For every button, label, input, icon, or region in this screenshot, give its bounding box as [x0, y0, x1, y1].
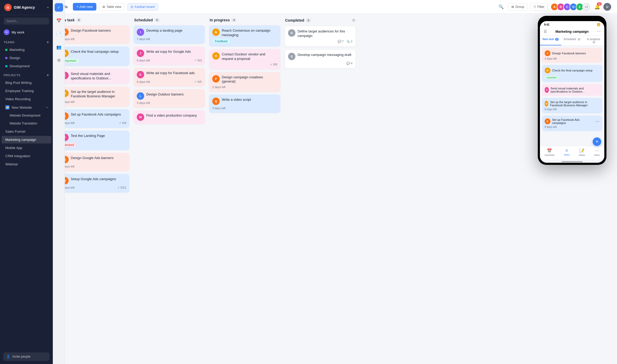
card-google-ads-banners[interactable]: G Design Google Ads banners 4 days left — [58, 153, 129, 171]
card-avatar: K — [137, 71, 144, 78]
sidebar-item-salesfunnel[interactable]: Sales Funnel — [2, 128, 51, 135]
nav-label: More — [594, 154, 600, 156]
sidebar-item-video[interactable]: Video Recording — [2, 95, 51, 103]
group-icon: ⊞ — [511, 5, 514, 9]
card-campaign-creatives[interactable]: P Design campaign creatives (general) 2 … — [209, 72, 280, 92]
kanban-board-button[interactable]: ⊟ Kanban board — [127, 3, 158, 11]
mobile-card-1[interactable]: A Design Facebook banners 4 days left — [542, 48, 602, 63]
calendar-icon[interactable]: 📅 — [55, 16, 63, 25]
table-icon: ⊞ — [102, 5, 105, 9]
card-checks: ✓ 0/8 — [270, 63, 277, 66]
days-left: 6 days left — [137, 80, 150, 83]
sidebar-item-blog[interactable]: Blog Post Writing — [2, 79, 51, 87]
invite-people-button[interactable]: 👤 Invite people — [3, 352, 50, 361]
card-setup-google-ads[interactable]: H Setup Google Ads campaigns 5 days left… — [58, 174, 129, 193]
people-icon[interactable]: 👥 — [55, 43, 63, 51]
col-count: 5 — [154, 18, 160, 22]
sidebar-item-marketing[interactable]: Marketing — [2, 46, 51, 54]
mobile-card-2[interactable]: B Check the final campaign setup Importa… — [542, 65, 602, 82]
notes-icon[interactable]: 📄 — [55, 30, 63, 38]
card-design-facebook[interactable]: A Design Facebook banners 4 days left — [58, 25, 129, 44]
mobile-card-3[interactable]: C Send visual materials and specificatio… — [542, 84, 602, 96]
card-target-audience[interactable]: D Set up the target audience in Facebook… — [58, 87, 129, 107]
notifications-button[interactable]: 🔔 20 — [593, 2, 602, 11]
card-landing-page[interactable]: F Test the Landing Page blocked — [58, 131, 129, 150]
mobile-card-5[interactable]: E Set up Facebook Ads campaigns ✓✓ 8 day… — [542, 116, 602, 131]
card-ad-copy-google[interactable]: J Write ad copy for Google Ads 6 days le… — [134, 46, 205, 65]
sidebar-item-marketing-campaign[interactable]: Marketing campaign — [2, 136, 51, 143]
mobile-tab-inprogress[interactable]: In progress 4 — [583, 36, 604, 45]
mobile-time: 9:41 — [544, 23, 549, 26]
tasks-icon[interactable]: ✓ — [55, 3, 63, 12]
search-button[interactable]: 🔍 — [497, 3, 505, 11]
sidebar-item-development[interactable]: Development — [2, 62, 51, 70]
card-facebook-ads[interactable]: E Set up Facebook Ads campaigns 8 days l… — [58, 109, 129, 128]
tasks-nav-icon: ≡ — [566, 148, 568, 153]
days-left: 4 days left — [212, 107, 225, 110]
user-avatar[interactable]: U — [603, 2, 612, 11]
card-check-campaign[interactable]: B Check the final campaign setup Importa… — [58, 46, 129, 66]
search-input[interactable] — [4, 18, 49, 25]
card-title: Write ad copy for Google Ads — [146, 50, 202, 54]
sidebar-item-crm[interactable]: CRM Integration — [2, 152, 51, 160]
settings-icon[interactable]: ⚙ — [55, 56, 63, 64]
sidebar-logo[interactable]: G GIM Agency ▾ — [0, 0, 53, 15]
card-video-script[interactable]: Q Write a video script 4 days left — [209, 94, 280, 113]
sidebar-item-webtrans[interactable]: Website Translation — [2, 120, 51, 127]
column-new-task: New task 8 A Design Facebook banners 4 d… — [58, 18, 129, 195]
col-title: Scheduled — [134, 18, 153, 22]
card-avatar: I — [137, 28, 144, 36]
mobile-avatar: E — [545, 118, 550, 124]
card-title: Test the Landing Page — [71, 134, 126, 138]
card-title: Set up Facebook Ads campaigns — [71, 112, 126, 117]
mobile-add-button[interactable]: + — [593, 137, 601, 146]
mobile-tabs: New task 8 Scheduled 5 In progress 4 — [540, 36, 604, 46]
card-define-audiences[interactable]: R Define target audiences for this campa… — [285, 26, 356, 47]
days-left: 6 days left — [137, 59, 150, 62]
sidebar-item-webdev[interactable]: Website Development — [2, 112, 51, 119]
mobile-card-4[interactable]: D Set up the target audience in Facebook… — [542, 98, 602, 113]
mobile-nav-notes[interactable]: 📝 Notes — [579, 148, 585, 156]
more-avatars: +3 — [582, 3, 590, 11]
mobile-card-title: Set up Facebook Ads campaigns — [552, 118, 594, 124]
sidebar-item-mobile[interactable]: Mobile App — [2, 144, 51, 152]
card-outdoor-vendor[interactable]: O Contact Ourdoor vendor and request a p… — [209, 49, 280, 69]
mobile-dots-icon[interactable]: ⋯ — [597, 29, 601, 33]
add-new-button[interactable]: + Add new — [73, 3, 96, 11]
column-completed: Completed 2 ⚙ R Define target audiences … — [285, 18, 356, 195]
sidebar-mywork[interactable]: M My work — [0, 27, 53, 37]
card-video-production[interactable]: M Find a video production company — [134, 110, 205, 124]
mobile-nav-schedule[interactable]: 📅 Schedule — [544, 148, 554, 156]
mobile-checks: ✓✓ — [595, 120, 600, 123]
card-outdoor-banners[interactable]: L Design Outdoor banners 3 days left — [134, 89, 205, 108]
tag-feedback: Feedback — [212, 39, 230, 43]
sidebar-item-label: Marketing — [10, 48, 25, 52]
person-icon: 👤 — [6, 355, 10, 358]
card-messaging-draft[interactable]: S Develop campaign messaging draft 💬 4 — [285, 49, 356, 69]
card-consensus[interactable]: N Reach Consensus on campaign messaging … — [209, 25, 280, 46]
sidebar-item-website[interactable]: 📁 New Website ▾ — [2, 103, 51, 111]
card-landing-page-develop[interactable]: I Develop a landing page 7 days left — [134, 25, 205, 44]
card-ad-copy-facebook[interactable]: K Write ad copy for Facebook ads 6 days … — [134, 68, 205, 87]
collaborators-list: A B C D E +3 — [550, 3, 590, 11]
mobile-nav-more[interactable]: ⋯ More — [594, 148, 600, 156]
mobile-tab-newtask[interactable]: New task 8 — [540, 36, 561, 45]
group-button[interactable]: ⊞ Group — [508, 3, 527, 11]
col-title: In progress — [210, 18, 230, 22]
gear-icon[interactable]: ⚙ — [352, 18, 355, 23]
mobile-card-title: Design Facebook banners — [552, 52, 586, 55]
card-send-visual[interactable]: C Send visual materials and specificatio… — [58, 69, 129, 84]
card-title: Design Outdoor banners — [146, 92, 202, 97]
filter-button[interactable]: ▽ Filter — [530, 3, 548, 11]
add-project-icon[interactable]: + — [46, 73, 49, 78]
card-avatar: M — [137, 113, 144, 121]
sidebar-item-design[interactable]: Design — [2, 54, 51, 62]
sidebar-item-webinar[interactable]: Webinar — [2, 160, 51, 168]
sidebar-item-training[interactable]: Employee Training — [2, 87, 51, 95]
mobile-tab-scheduled[interactable]: Scheduled 5 — [561, 36, 583, 45]
card-checks: ✓ 0/9 — [119, 121, 126, 125]
table-view-button[interactable]: ⊞ Table view — [99, 3, 125, 11]
add-team-icon[interactable]: + — [46, 40, 49, 45]
mobile-nav-tasks[interactable]: ≡ Tasks — [564, 148, 570, 156]
mobile-menu-icon[interactable]: ☰ — [544, 29, 547, 33]
